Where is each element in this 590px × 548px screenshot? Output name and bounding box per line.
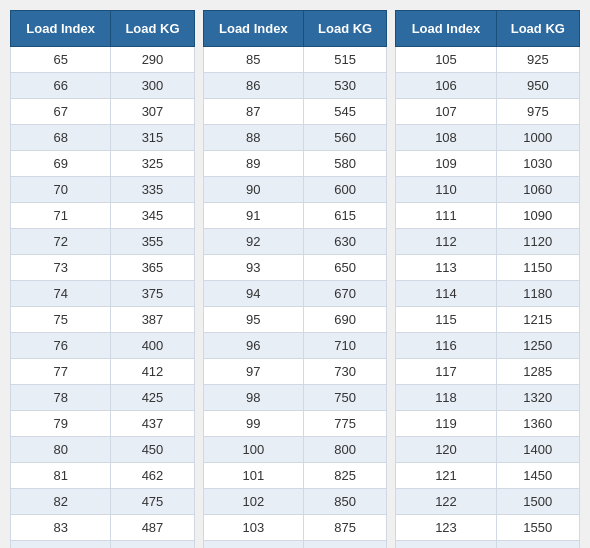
table-row: 106950 <box>396 73 580 99</box>
table-3-cell-2-1: 106 <box>396 73 496 99</box>
table-row: 104900 <box>203 541 387 549</box>
table-3-cell-6-1: 110 <box>396 177 496 203</box>
table-1-cell-2-2: 300 <box>111 73 194 99</box>
table-2-header-1: Load Index <box>203 11 303 47</box>
table-2-cell-17-1: 101 <box>203 463 303 489</box>
table-3-cell-8-1: 112 <box>396 229 496 255</box>
table-2-cell-12-2: 710 <box>303 333 386 359</box>
table-row: 70335 <box>11 177 195 203</box>
table-3-cell-19-1: 123 <box>396 515 496 541</box>
table-2-cell-1-2: 515 <box>303 47 386 73</box>
table-2-cell-18-2: 850 <box>303 489 386 515</box>
table-row: 71345 <box>11 203 195 229</box>
table-row: 1181320 <box>396 385 580 411</box>
table-2-cell-9-2: 650 <box>303 255 386 281</box>
table-1-cell-14-2: 425 <box>111 385 194 411</box>
table-row: 69325 <box>11 151 195 177</box>
table-1-cell-19-1: 83 <box>11 515 111 541</box>
table-1-cell-7-2: 345 <box>111 203 194 229</box>
table-3-cell-18-1: 122 <box>396 489 496 515</box>
table-row: 81462 <box>11 463 195 489</box>
table-3-cell-13-1: 117 <box>396 359 496 385</box>
table-3-cell-3-1: 107 <box>396 99 496 125</box>
table-3-cell-16-1: 120 <box>396 437 496 463</box>
table-row: 1111090 <box>396 203 580 229</box>
table-2-cell-16-2: 800 <box>303 437 386 463</box>
table-1-cell-2-1: 66 <box>11 73 111 99</box>
table-2-cell-6-1: 90 <box>203 177 303 203</box>
table-row: 90600 <box>203 177 387 203</box>
table-row: 98750 <box>203 385 387 411</box>
table-3-cell-4-2: 1000 <box>496 125 579 151</box>
table-1-cell-20-1: 84 <box>11 541 111 549</box>
table-1-cell-1-1: 65 <box>11 47 111 73</box>
table-row: 86530 <box>203 73 387 99</box>
table-row: 101825 <box>203 463 387 489</box>
table-row: 74375 <box>11 281 195 307</box>
table-1-header-2: Load KG <box>111 11 194 47</box>
table-row: 87545 <box>203 99 387 125</box>
table-1-cell-5-1: 69 <box>11 151 111 177</box>
table-2-cell-9-1: 93 <box>203 255 303 281</box>
table-1-cell-18-2: 475 <box>111 489 194 515</box>
table-row: 99775 <box>203 411 387 437</box>
table-2-cell-10-1: 94 <box>203 281 303 307</box>
table-2-cell-13-2: 730 <box>303 359 386 385</box>
table-2-cell-11-1: 95 <box>203 307 303 333</box>
table-2-cell-8-1: 92 <box>203 229 303 255</box>
table-1-cell-13-1: 77 <box>11 359 111 385</box>
table-2-cell-5-1: 89 <box>203 151 303 177</box>
table-3-cell-1-1: 105 <box>396 47 496 73</box>
table-row: 103875 <box>203 515 387 541</box>
table-2-cell-15-1: 99 <box>203 411 303 437</box>
table-1-cell-12-2: 400 <box>111 333 194 359</box>
table-1-cell-4-2: 315 <box>111 125 194 151</box>
table-3-cell-18-2: 1500 <box>496 489 579 515</box>
table-3-cell-17-1: 121 <box>396 463 496 489</box>
table-2-cell-19-1: 103 <box>203 515 303 541</box>
table-1-cell-20-2: 500 <box>111 541 194 549</box>
table-row: 1161250 <box>396 333 580 359</box>
table-3-cell-4-1: 108 <box>396 125 496 151</box>
table-row: 85515 <box>203 47 387 73</box>
table-row: 1151215 <box>396 307 580 333</box>
table-2-cell-5-2: 580 <box>303 151 386 177</box>
table-1-cell-16-1: 80 <box>11 437 111 463</box>
table-1-header-1: Load Index <box>11 11 111 47</box>
table-row: 1201400 <box>396 437 580 463</box>
table-3-cell-14-2: 1320 <box>496 385 579 411</box>
table-1-cell-8-2: 355 <box>111 229 194 255</box>
table-3-cell-11-1: 115 <box>396 307 496 333</box>
table-1-cell-19-2: 487 <box>111 515 194 541</box>
table-row: 100800 <box>203 437 387 463</box>
table-3-header-1: Load Index <box>396 11 496 47</box>
table-row: 1231550 <box>396 515 580 541</box>
table-1-cell-1-2: 290 <box>111 47 194 73</box>
table-1-cell-6-1: 70 <box>11 177 111 203</box>
table-row: 66300 <box>11 73 195 99</box>
table-row: 1211450 <box>396 463 580 489</box>
table-row: 1191360 <box>396 411 580 437</box>
table-3-cell-20-2: 1600 <box>496 541 579 549</box>
table-row: 68315 <box>11 125 195 151</box>
table-row: 1091030 <box>396 151 580 177</box>
table-1-cell-7-1: 71 <box>11 203 111 229</box>
table-row: 93650 <box>203 255 387 281</box>
table-3-header-2: Load KG <box>496 11 579 47</box>
table-row: 84500 <box>11 541 195 549</box>
table-3-cell-9-1: 113 <box>396 255 496 281</box>
table-3-cell-14-1: 118 <box>396 385 496 411</box>
table-1-cell-9-2: 365 <box>111 255 194 281</box>
table-row: 83487 <box>11 515 195 541</box>
table-3-cell-19-2: 1550 <box>496 515 579 541</box>
table-row: 73365 <box>11 255 195 281</box>
table-3-cell-15-1: 119 <box>396 411 496 437</box>
table-2-cell-8-2: 630 <box>303 229 386 255</box>
table-1-cell-5-2: 325 <box>111 151 194 177</box>
table-1-cell-14-1: 78 <box>11 385 111 411</box>
table-row: 1081000 <box>396 125 580 151</box>
table-2-cell-13-1: 97 <box>203 359 303 385</box>
load-index-table-2: Load IndexLoad KG85515865308754588560895… <box>203 10 388 548</box>
table-row: 105925 <box>396 47 580 73</box>
table-2-cell-10-2: 670 <box>303 281 386 307</box>
